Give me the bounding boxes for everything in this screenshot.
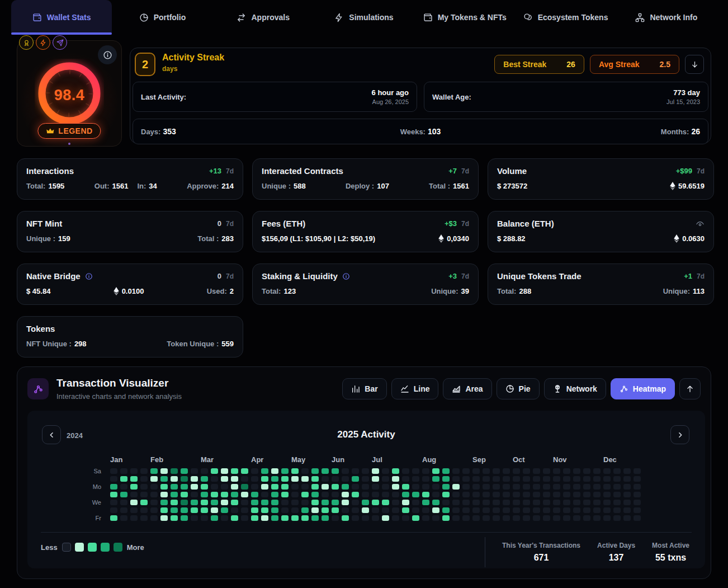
heatmap-cell[interactable]: [171, 500, 178, 505]
heatmap-cell[interactable]: [332, 476, 339, 482]
chart-type-heatmap[interactable]: Heatmap: [611, 378, 675, 399]
heatmap-cell[interactable]: [442, 476, 450, 482]
heatmap-cell[interactable]: [432, 476, 439, 482]
heatmap-cell[interactable]: [281, 507, 289, 513]
heatmap-cell[interactable]: [150, 484, 158, 490]
heatmap-cell[interactable]: [382, 492, 389, 497]
heatmap-cell[interactable]: [140, 515, 148, 521]
heatmap-cell[interactable]: [472, 484, 480, 490]
heatmap-cell[interactable]: [332, 484, 339, 490]
heatmap-cell[interactable]: [241, 507, 248, 513]
heatmap-cell[interactable]: [261, 492, 268, 497]
heatmap-cell[interactable]: [291, 515, 299, 521]
heatmap-cell[interactable]: [513, 468, 520, 474]
heatmap-cell[interactable]: [513, 492, 520, 497]
heatmap-cell[interactable]: [342, 476, 349, 482]
heatmap-cell[interactable]: [472, 507, 480, 513]
heatmap-cell[interactable]: [120, 476, 127, 482]
heatmap-cell[interactable]: [231, 492, 238, 497]
heatmap-cell[interactable]: [322, 507, 329, 513]
heatmap-cell[interactable]: [503, 468, 510, 474]
heatmap-cell[interactable]: [211, 500, 218, 505]
heatmap-cell[interactable]: [281, 484, 289, 490]
heatmap-cell[interactable]: [523, 492, 530, 497]
heatmap-cell[interactable]: [523, 484, 530, 490]
heatmap-cell[interactable]: [382, 476, 389, 482]
heatmap-cell[interactable]: [191, 492, 198, 497]
scroll-top-button[interactable]: [679, 378, 701, 399]
heatmap-cell[interactable]: [251, 492, 258, 497]
heatmap-cell[interactable]: [261, 484, 268, 490]
heatmap-cell[interactable]: [311, 515, 319, 521]
heatmap-cell[interactable]: [543, 507, 550, 513]
heatmap-cell[interactable]: [583, 468, 590, 474]
heatmap-cell[interactable]: [181, 484, 188, 490]
heatmap-cell[interactable]: [553, 468, 560, 474]
heatmap-cell[interactable]: [362, 507, 369, 513]
heatmap-cell[interactable]: [462, 476, 470, 482]
heatmap-cell[interactable]: [593, 500, 601, 505]
heatmap-cell[interactable]: [523, 515, 530, 521]
heatmap-cell[interactable]: [311, 468, 319, 474]
heatmap-cell[interactable]: [120, 484, 127, 490]
heatmap-cell[interactable]: [442, 468, 450, 474]
heatmap-cell[interactable]: [593, 468, 601, 474]
heatmap-cell[interactable]: [322, 476, 329, 482]
heatmap-cell[interactable]: [513, 476, 520, 482]
heatmap-cell[interactable]: [493, 468, 500, 474]
heatmap-cell[interactable]: [533, 500, 540, 505]
heatmap-cell[interactable]: [160, 507, 168, 513]
chart-type-area[interactable]: Area: [443, 378, 491, 399]
heatmap-cell[interactable]: [271, 476, 278, 482]
heatmap-cell[interactable]: [352, 492, 359, 497]
heatmap-cell[interactable]: [442, 515, 450, 521]
heatmap-cell[interactable]: [171, 492, 178, 497]
heatmap-cell[interactable]: [523, 507, 530, 513]
heatmap-cell[interactable]: [583, 492, 590, 497]
heatmap-cell[interactable]: [332, 507, 339, 513]
heatmap-cell[interactable]: [432, 515, 439, 521]
heatmap-cell[interactable]: [181, 500, 188, 505]
heatmap-cell[interactable]: [261, 515, 268, 521]
heatmap-cell[interactable]: [301, 484, 309, 490]
heatmap-cell[interactable]: [231, 484, 238, 490]
heatmap-cell[interactable]: [422, 492, 429, 497]
heatmap-cell[interactable]: [623, 507, 631, 513]
heatmap-cell[interactable]: [382, 468, 389, 474]
heatmap-cell[interactable]: [593, 492, 601, 497]
heatmap-cell[interactable]: [613, 476, 621, 482]
heatmap-cell[interactable]: [593, 507, 601, 513]
heatmap-cell[interactable]: [160, 515, 168, 521]
heatmap-cell[interactable]: [281, 515, 289, 521]
tab-ecosystem-tokens[interactable]: Ecosystem Tokens: [515, 0, 616, 35]
heatmap-cell[interactable]: [563, 492, 570, 497]
heatmap-cell[interactable]: [271, 468, 278, 474]
heatmap-cell[interactable]: [462, 515, 470, 521]
heatmap-cell[interactable]: [382, 484, 389, 490]
heatmap-cell[interactable]: [412, 500, 419, 505]
heatmap-cell[interactable]: [231, 476, 238, 482]
heatmap-cell[interactable]: [120, 507, 127, 513]
heatmap-cell[interactable]: [171, 515, 178, 521]
heatmap-cell[interactable]: [603, 515, 611, 521]
heatmap-cell[interactable]: [110, 500, 117, 505]
heatmap-cell[interactable]: [452, 500, 460, 505]
heatmap-cell[interactable]: [493, 484, 500, 490]
heatmap-cell[interactable]: [634, 492, 641, 497]
heatmap-cell[interactable]: [462, 507, 470, 513]
heatmap-cell[interactable]: [201, 492, 208, 497]
heatmap-cell[interactable]: [533, 515, 540, 521]
heatmap-cell[interactable]: [231, 507, 238, 513]
heatmap-cell[interactable]: [130, 515, 138, 521]
heatmap-cell[interactable]: [493, 515, 500, 521]
heatmap-cell[interactable]: [362, 515, 369, 521]
heatmap-cell[interactable]: [241, 500, 248, 505]
heatmap-cell[interactable]: [181, 515, 188, 521]
heatmap-cell[interactable]: [130, 484, 138, 490]
heatmap-cell[interactable]: [160, 484, 168, 490]
heatmap-cell[interactable]: [251, 484, 258, 490]
heatmap-cell[interactable]: [362, 468, 369, 474]
heatmap-cell[interactable]: [553, 500, 560, 505]
heatmap-cell[interactable]: [171, 484, 178, 490]
heatmap-cell[interactable]: [412, 476, 419, 482]
